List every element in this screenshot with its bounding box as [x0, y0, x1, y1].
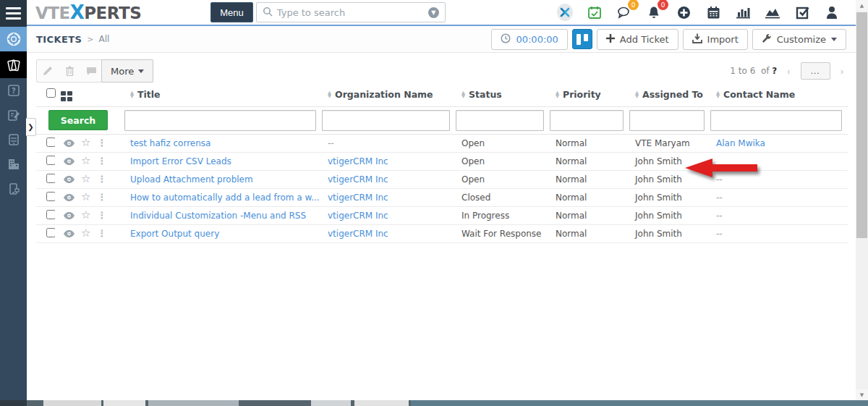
sidebar-item-organizations[interactable]: [0, 152, 27, 177]
star-icon[interactable]: ☆: [81, 138, 90, 148]
ticket-title-link[interactable]: Upload Attachment problem: [130, 174, 253, 185]
column-header-organization[interactable]: ▲▼Organization Name: [322, 83, 456, 106]
organization-link[interactable]: vtigerCRM Inc: [328, 211, 388, 221]
sidebar-item-faq[interactable]: ?: [0, 78, 27, 103]
quick-create-icon[interactable]: [676, 4, 692, 20]
contact-link[interactable]: --: [716, 211, 723, 221]
row-checkbox[interactable]: [46, 192, 55, 201]
filter-input-priority[interactable]: [550, 110, 624, 131]
search-scope-icon[interactable]: ▼: [428, 7, 439, 18]
vtexperts-app-icon[interactable]: [557, 4, 573, 20]
chat-icon[interactable]: 0: [616, 4, 632, 20]
organization-link[interactable]: vtigerCRM Inc: [328, 229, 388, 239]
calendar-check-icon[interactable]: [587, 4, 603, 20]
ticket-title-link[interactable]: Export Output query: [130, 229, 219, 239]
kebab-menu-icon[interactable]: ⋮: [97, 156, 106, 166]
organization-link[interactable]: vtigerCRM Inc: [328, 174, 388, 185]
table-row[interactable]: ☆ ⋮ Individual Customization -Menu and R…: [36, 206, 848, 224]
eye-icon[interactable]: [64, 158, 75, 165]
column-header-assigned-to[interactable]: ▲▼Assigned To: [629, 83, 710, 106]
edit-icon[interactable]: [37, 60, 59, 82]
eye-icon[interactable]: [64, 194, 75, 201]
grid-view-icon[interactable]: [61, 91, 72, 101]
row-checkbox[interactable]: [46, 210, 55, 219]
filter-input-title[interactable]: [124, 110, 316, 131]
search-input[interactable]: [277, 7, 428, 18]
expand-panel-tab[interactable]: ❯: [26, 118, 36, 136]
area-chart-icon[interactable]: [765, 4, 780, 20]
comment-icon[interactable]: [80, 60, 102, 82]
filter-input-organization[interactable]: [322, 110, 450, 131]
ticket-title-link[interactable]: test hafiz corrensa: [130, 138, 210, 148]
global-search[interactable]: ▼: [256, 2, 446, 22]
import-button[interactable]: Import: [683, 29, 748, 50]
ticket-title-link[interactable]: Individual Customization -Menu and RSS: [130, 211, 306, 221]
star-icon[interactable]: ☆: [81, 228, 90, 239]
menu-button[interactable]: Menu: [210, 2, 253, 22]
row-checkbox[interactable]: [46, 228, 55, 237]
contact-link[interactable]: --: [716, 229, 723, 239]
column-header-title[interactable]: ▲▼Title: [124, 83, 322, 106]
tasks-icon[interactable]: [794, 4, 810, 20]
table-row[interactable]: ☆ ⋮ How to automatically add a lead from…: [36, 188, 848, 206]
calendar-icon[interactable]: [705, 4, 721, 20]
organization-link[interactable]: vtigerCRM Inc: [328, 156, 388, 166]
row-checkbox[interactable]: [46, 174, 55, 183]
eye-icon[interactable]: [64, 230, 75, 237]
table-row[interactable]: ☆ ⋮ test hafiz corrensa -- Open Normal V…: [36, 134, 848, 152]
hamburger-menu-icon[interactable]: [0, 0, 27, 27]
filter-input-assigned-to[interactable]: [629, 110, 705, 131]
breadcrumb-module[interactable]: TICKETS: [36, 34, 82, 45]
filter-input-contact-name[interactable]: [710, 110, 842, 131]
scrollbar-up-icon[interactable]: ▲: [856, 0, 868, 11]
breadcrumb-view[interactable]: All: [98, 34, 109, 44]
search-button[interactable]: Search: [48, 110, 108, 130]
select-all-checkbox[interactable]: [46, 88, 56, 98]
contact-link[interactable]: --: [716, 174, 723, 185]
ticket-title-link[interactable]: Import Error CSV Leads: [130, 156, 231, 166]
star-icon[interactable]: ☆: [81, 192, 90, 203]
row-checkbox[interactable]: [46, 156, 55, 165]
column-header-priority[interactable]: ▲▼Priority: [550, 83, 629, 106]
filter-input-status[interactable]: [456, 110, 544, 131]
bar-chart-icon[interactable]: [735, 4, 751, 20]
sidebar-item-mobile[interactable]: [0, 177, 27, 201]
table-row[interactable]: ☆ ⋮ Upload Attachment problem vtigerCRM …: [36, 170, 848, 188]
kebab-menu-icon[interactable]: ⋮: [97, 211, 106, 220]
column-header-status[interactable]: ▲▼Status: [456, 83, 550, 106]
eye-icon[interactable]: [64, 140, 75, 147]
table-row[interactable]: ☆ ⋮ Import Error CSV Leads vtigerCRM Inc…: [36, 152, 848, 170]
contact-link[interactable]: Alan Mwika: [716, 138, 765, 148]
vertical-scrollbar[interactable]: ▲ ▼: [856, 0, 868, 400]
star-icon[interactable]: ☆: [81, 210, 90, 221]
organization-link[interactable]: vtigerCRM Inc: [328, 193, 388, 203]
add-ticket-button[interactable]: Add Ticket: [597, 29, 678, 50]
user-icon[interactable]: [824, 4, 840, 20]
sidebar-item-notes[interactable]: [0, 103, 27, 127]
page-picker-button[interactable]: ...: [801, 62, 830, 80]
customize-button[interactable]: Customize: [752, 29, 846, 50]
delete-icon[interactable]: [59, 60, 80, 82]
trello-board-button[interactable]: [572, 29, 592, 49]
eye-icon[interactable]: [64, 176, 75, 183]
sidebar-item-tickets[interactable]: [0, 51, 27, 78]
prev-page-button[interactable]: ‹: [784, 64, 793, 78]
scrollbar-down-icon[interactable]: ▼: [856, 389, 868, 400]
row-checkbox[interactable]: [46, 138, 55, 147]
vtexperts-logo[interactable]: VTEXPERTS: [35, 1, 141, 23]
contact-link[interactable]: --: [716, 193, 723, 203]
sidebar-item-support[interactable]: [0, 27, 27, 51]
kebab-menu-icon[interactable]: ⋮: [97, 229, 106, 238]
star-icon[interactable]: ☆: [81, 156, 90, 166]
column-header-contact-name[interactable]: ▲▼Contact Name: [710, 83, 848, 106]
next-page-button[interactable]: ›: [838, 64, 846, 78]
scrollbar-thumb[interactable]: [856, 12, 867, 238]
kebab-menu-icon[interactable]: ⋮: [97, 138, 106, 148]
table-row[interactable]: ☆ ⋮ Export Output query vtigerCRM Inc Wa…: [36, 224, 848, 242]
ticket-title-link[interactable]: How to automatically add a lead from a w…: [130, 193, 320, 203]
eye-icon[interactable]: [64, 212, 75, 219]
sidebar-item-assets[interactable]: [0, 127, 27, 152]
organization-link[interactable]: --: [328, 138, 334, 148]
star-icon[interactable]: ☆: [81, 174, 90, 185]
kebab-menu-icon[interactable]: ⋮: [97, 193, 106, 202]
